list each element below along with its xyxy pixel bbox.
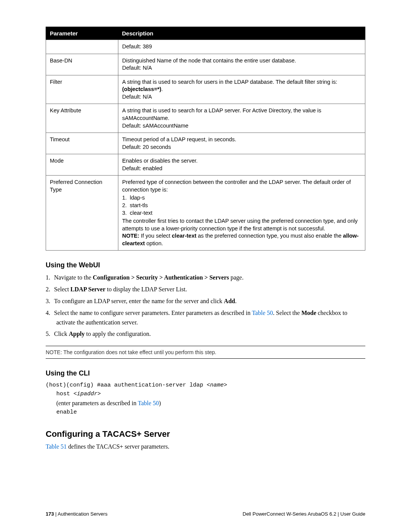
desc-cell: Timeout period of a LDAP request, in sec… <box>118 133 365 154</box>
step-text-strong: Mode <box>301 310 316 316</box>
desc-cell: A string that is used to search for a LD… <box>118 104 365 133</box>
col-header-parameter: Parameter <box>46 27 118 40</box>
step-text: Click <box>54 331 69 337</box>
step-text: Navigate to the <box>54 274 93 281</box>
link-table-50[interactable]: Table 50 <box>252 310 273 316</box>
cli-placeholder: <name> <box>207 382 227 388</box>
heading-configuring-tacacs: Configuring a TACACS+ Server <box>46 429 365 439</box>
table-row: Base-DN Distinguished Name of the node t… <box>46 54 365 75</box>
page-footer: 173 | Authentication Servers Dell PowerC… <box>46 511 365 517</box>
desc-text: Distinguished Name of the node that cont… <box>122 58 296 64</box>
table-row: Default: 389 <box>46 40 365 54</box>
cli-code-block: (host)(config) #aaa authentication-serve… <box>46 381 365 398</box>
link-table-50[interactable]: Table 50 <box>138 400 159 406</box>
step-text: to apply the configuration. <box>84 331 151 337</box>
param-cell: Key Attribute <box>46 104 118 133</box>
list-text: ldap-s <box>130 195 145 201</box>
table-row: Preferred Connection Type Preferred type… <box>46 176 365 251</box>
step-text-strong: Configuration > Security > Authenticatio… <box>93 274 229 281</box>
desc-text: A string that is used to search for user… <box>122 79 337 85</box>
footer-sep: | <box>54 511 58 517</box>
desc-text: If you select <box>139 233 172 239</box>
step-num: 3. <box>46 297 54 306</box>
step-text: To configure an LDAP server, enter the n… <box>54 298 224 304</box>
desc-text: Default: sAMAccountName <box>122 123 188 129</box>
col-header-description: Description <box>118 27 365 40</box>
step-num: 5. <box>46 329 54 339</box>
tacacs-paragraph: Table 51 defines the TACACS+ server para… <box>46 442 365 451</box>
step-item: 4.Select the name to configure server pa… <box>46 308 365 328</box>
step-num: 1. <box>46 273 54 283</box>
para-text: defines the TACACS+ server parameters. <box>67 443 169 450</box>
desc-text: option. <box>145 240 163 246</box>
step-text: . <box>235 298 237 304</box>
desc-text-strong: (objectclass=*) <box>122 86 161 92</box>
step-item: 1.Navigate to the Configuration > Securi… <box>46 273 365 283</box>
step-text-strong: LDAP Server <box>70 286 105 292</box>
step-item: 3.To configure an LDAP server, enter the… <box>46 297 365 306</box>
cli-paren-text: ) <box>159 400 161 406</box>
cli-text: enable <box>56 409 77 415</box>
step-num: 4. <box>46 308 54 318</box>
desc-cell: Enables or disables the server. Default:… <box>118 154 365 176</box>
table-row: Filter A string that is used to search f… <box>46 75 365 104</box>
cli-text: (host)(config) #aaa authentication-serve… <box>46 382 207 388</box>
page-number: 173 <box>46 511 54 517</box>
param-cell: Timeout <box>46 133 118 154</box>
param-cell: Mode <box>46 154 118 176</box>
desc-cell: Distinguished Name of the node that cont… <box>118 54 365 75</box>
desc-cell: A string that is used to search for user… <box>118 75 365 104</box>
cli-code-block: enable <box>56 408 365 417</box>
table-row: Timeout Timeout period of a LDAP request… <box>46 133 365 154</box>
param-cell: Filter <box>46 75 118 104</box>
step-text-strong: Apply <box>69 331 85 337</box>
step-text: to display the LDAP Server List. <box>105 286 187 292</box>
cli-text: host <box>56 391 73 397</box>
footer-product: Dell PowerConnect W-Series ArubaOS 6.2 |… <box>243 511 366 517</box>
desc-text: as the preferred connection type, you mu… <box>196 233 343 239</box>
heading-using-cli: Using the CLI <box>46 369 365 377</box>
desc-text: . <box>161 86 163 92</box>
note-box: NOTE: The configuration does not take ef… <box>46 346 365 359</box>
desc-text: Default: enabled <box>122 165 162 171</box>
step-text: Select <box>54 286 70 292</box>
footer-section: Authentication Servers <box>58 511 108 517</box>
note-text: NOTE: The configuration does not take ef… <box>46 349 217 355</box>
desc-text: Timeout period of a LDAP request, in sec… <box>122 136 236 142</box>
desc-text: The controller first tries to contact th… <box>122 218 358 232</box>
param-cell: Preferred Connection Type <box>46 176 118 251</box>
desc-text: Default: N/A <box>122 94 152 100</box>
step-text: . Select the <box>273 310 301 316</box>
table-row: Mode Enables or disables the server. Def… <box>46 154 365 176</box>
desc-cell: Default: 389 <box>118 40 365 54</box>
desc-cell: Preferred type of connection between the… <box>118 176 365 251</box>
step-num: 2. <box>46 285 54 294</box>
desc-text: Default: N/A <box>122 65 152 71</box>
param-cell <box>46 40 118 54</box>
cli-placeholder: <ipaddr> <box>73 391 101 397</box>
step-text-strong: Add <box>224 298 235 304</box>
desc-text: Default: 20 seconds <box>122 144 171 150</box>
desc-text: A string that is used to search for a LD… <box>122 107 321 121</box>
step-item: 5.Click Apply to apply the configuration… <box>46 329 365 339</box>
link-table-51[interactable]: Table 51 <box>46 443 67 450</box>
cli-paren-text: (enter parameters as described in <box>56 400 138 406</box>
list-text: start-tls <box>130 202 148 208</box>
list-num: 3. <box>122 209 130 217</box>
table-row: Key Attribute A string that is used to s… <box>46 104 365 133</box>
list-num: 1. <box>122 194 130 202</box>
step-text: page. <box>229 274 244 281</box>
webui-steps: 1.Navigate to the Configuration > Securi… <box>46 273 365 339</box>
desc-text: Preferred type of connection between the… <box>122 179 351 193</box>
list-num: 2. <box>122 202 130 209</box>
parameter-table: Parameter Description Default: 389 Base-… <box>46 27 365 251</box>
step-item: 2.Select LDAP Server to display the LDAP… <box>46 285 365 294</box>
desc-note-label: NOTE: <box>122 233 139 239</box>
connection-type-list: 1.ldap-s 2.start-tls 3.clear-text <box>122 194 361 217</box>
param-cell: Base-DN <box>46 54 118 75</box>
heading-using-webui: Using the WebUI <box>46 261 365 269</box>
list-text: clear-text <box>130 210 153 216</box>
desc-text: Enables or disables the server. <box>122 158 198 164</box>
step-text: Select the name to configure server para… <box>54 310 252 316</box>
desc-text-strong: clear-text <box>172 233 196 239</box>
